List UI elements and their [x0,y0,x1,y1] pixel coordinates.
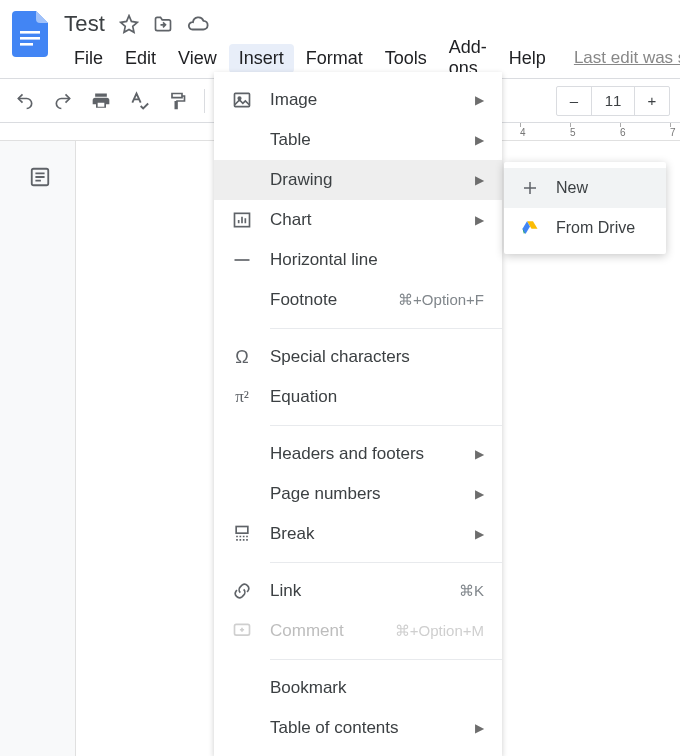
menu-label: Bookmark [270,678,484,698]
insert-headers-footers[interactable]: Headers and footers ▶ [214,434,502,474]
menu-edit[interactable]: Edit [115,44,166,73]
insert-toc[interactable]: Table of contents ▶ [214,708,502,748]
insert-chart[interactable]: Chart ▶ [214,200,502,240]
footnote-icon [232,290,252,310]
headers-icon [232,444,252,464]
font-size-value[interactable]: 11 [591,87,635,115]
redo-button[interactable] [48,86,78,116]
shortcut: ⌘+Option+F [398,291,484,309]
menu-label: Footnote [270,290,398,310]
drawing-submenu: New From Drive [504,162,666,254]
menu-tools[interactable]: Tools [375,44,437,73]
toc-icon [232,718,252,738]
submenu-label: New [556,179,588,197]
insert-footnote[interactable]: Footnote ⌘+Option+F [214,280,502,320]
menu-label: Table of contents [270,718,475,738]
menu-label: Link [270,581,459,601]
bookmark-icon [232,678,252,698]
last-edit-link[interactable]: Last edit was s [574,48,680,68]
svg-rect-7 [236,527,248,534]
ruler-tick: 7 [670,127,676,138]
font-size-increase[interactable]: + [635,87,669,115]
menubar: File Edit View Insert Format Tools Add-o… [64,42,680,74]
menu-label: Table [270,130,475,150]
chevron-right-icon: ▶ [475,213,484,227]
svg-rect-4 [235,93,250,106]
menu-insert[interactable]: Insert [229,44,294,73]
menu-format[interactable]: Format [296,44,373,73]
menu-label: Comment [270,621,395,641]
pagenum-icon [232,484,252,504]
menu-label: Drawing [270,170,475,190]
spellcheck-button[interactable] [124,86,154,116]
menu-label: Headers and footers [270,444,475,464]
move-icon[interactable] [153,14,173,34]
paint-format-button[interactable] [162,86,192,116]
insert-break[interactable]: Break ▶ [214,514,502,554]
insert-special-characters[interactable]: Ω Special characters [214,337,502,377]
hline-icon [232,250,252,270]
separator [270,328,502,329]
menu-label: Image [270,90,475,110]
pi-icon: π² [232,387,252,407]
menu-label: Horizontal line [270,250,484,270]
insert-bookmark[interactable]: Bookmark [214,668,502,708]
chart-icon [232,210,252,230]
chevron-right-icon: ▶ [475,93,484,107]
drawing-new[interactable]: New [504,168,666,208]
outline-toggle-icon[interactable] [24,161,56,193]
insert-horizontal-line[interactable]: Horizontal line [214,240,502,280]
menu-label: Special characters [270,347,484,367]
ruler-tick: 4 [520,127,526,138]
drawing-from-drive[interactable]: From Drive [504,208,666,248]
document-title[interactable]: Test [64,11,105,37]
svg-rect-0 [20,31,40,34]
menu-label: Chart [270,210,475,230]
ruler-tick: 6 [620,127,626,138]
menu-view[interactable]: View [168,44,227,73]
insert-image[interactable]: Image ▶ [214,80,502,120]
print-button[interactable] [86,86,116,116]
svg-rect-2 [20,43,33,46]
separator [270,562,502,563]
menu-label: Equation [270,387,484,407]
shortcut: ⌘K [459,582,484,600]
menu-help[interactable]: Help [499,44,556,73]
omega-icon: Ω [232,347,252,367]
menu-file[interactable]: File [64,44,113,73]
docs-logo[interactable] [12,8,48,60]
insert-dropdown: Image ▶ Table ▶ Drawing ▶ Chart ▶ Horizo… [214,72,502,756]
font-size-decrease[interactable]: – [557,87,591,115]
undo-button[interactable] [10,86,40,116]
menu-label: Break [270,524,475,544]
chevron-right-icon: ▶ [475,527,484,541]
insert-page-numbers[interactable]: Page numbers ▶ [214,474,502,514]
insert-drawing[interactable]: Drawing ▶ [214,160,502,200]
drawing-icon [232,170,252,190]
insert-table[interactable]: Table ▶ [214,120,502,160]
ruler-tick: 5 [570,127,576,138]
cloud-icon[interactable] [187,13,209,35]
submenu-label: From Drive [556,219,635,237]
chevron-right-icon: ▶ [475,447,484,461]
font-size-control: – 11 + [556,86,670,116]
image-icon [232,90,252,110]
insert-equation[interactable]: π² Equation [214,377,502,417]
insert-link[interactable]: Link ⌘K [214,571,502,611]
table-icon [232,130,252,150]
shortcut: ⌘+Option+M [395,622,484,640]
chevron-right-icon: ▶ [475,721,484,735]
drive-icon [520,218,540,238]
star-icon[interactable] [119,14,139,34]
chevron-right-icon: ▶ [475,133,484,147]
chevron-right-icon: ▶ [475,173,484,187]
separator [270,425,502,426]
comment-icon [232,621,252,641]
separator [270,659,502,660]
menu-label: Page numbers [270,484,475,504]
insert-comment: Comment ⌘+Option+M [214,611,502,651]
link-icon [232,581,252,601]
chevron-right-icon: ▶ [475,487,484,501]
plus-icon [520,178,540,198]
svg-rect-1 [20,37,40,40]
